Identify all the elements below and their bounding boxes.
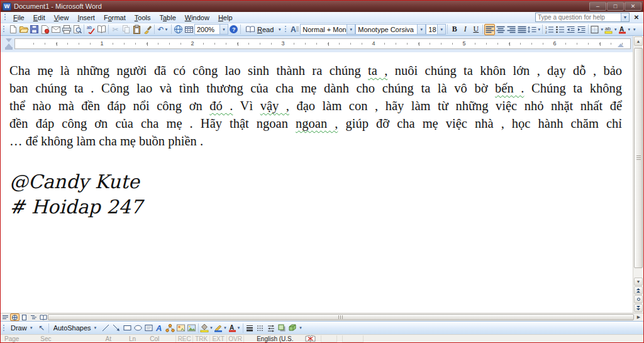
align-left-button[interactable]	[484, 24, 495, 35]
undo-button[interactable]: ↶▼	[156, 24, 170, 35]
print-layout-view-button[interactable]	[19, 313, 29, 321]
line-spacing-button[interactable]: ▼	[527, 24, 541, 35]
normal-view-button[interactable]	[1, 313, 10, 321]
select-objects-button[interactable]: ↖	[36, 322, 47, 334]
standard-toolbar-grip[interactable]	[3, 25, 6, 33]
first-line-indent-marker[interactable]	[6, 38, 12, 42]
horizontal-scroll-track[interactable]	[48, 314, 634, 320]
insert-clip-art-button[interactable]	[175, 322, 186, 334]
underline-button[interactable]: U	[470, 24, 481, 35]
research-button[interactable]	[96, 24, 107, 35]
outline-view-button[interactable]	[29, 313, 38, 321]
vertical-scroll-thumb[interactable]	[634, 48, 643, 268]
toolbar-options-icon[interactable]: ▼	[631, 28, 637, 31]
print-button[interactable]	[61, 24, 72, 35]
scroll-right-icon[interactable]: ▶	[634, 313, 643, 321]
status-language[interactable]: English (U.S.	[257, 335, 293, 342]
menu-item-window[interactable]: Window	[180, 13, 214, 23]
justify-button[interactable]	[516, 24, 527, 35]
left-indent-marker[interactable]	[5, 47, 13, 50]
center-button[interactable]	[495, 24, 506, 35]
close-document-icon[interactable]: ✕	[631, 14, 642, 21]
highlight-button[interactable]: ab▼	[604, 24, 618, 35]
menu-item-file[interactable]: File	[9, 13, 29, 23]
minimize-button[interactable]: –	[589, 2, 606, 11]
reading-layout-view-button[interactable]	[38, 313, 48, 321]
restore-button[interactable]: □	[607, 2, 624, 11]
scroll-down-icon[interactable]: ▼	[634, 278, 643, 286]
align-right-button[interactable]	[506, 24, 516, 35]
menu-grip[interactable]	[4, 13, 7, 21]
status-mode-ovr[interactable]: OVR	[227, 335, 244, 342]
question-input[interactable]	[536, 14, 621, 21]
next-page-button[interactable]	[634, 304, 643, 312]
spelling-status-book-icon[interactable]	[305, 335, 316, 342]
drawing-toolbar-grip[interactable]	[3, 324, 6, 332]
increase-indent-button[interactable]	[576, 24, 587, 35]
select-browse-object-button[interactable]	[634, 295, 643, 303]
menu-item-help[interactable]: Help	[214, 13, 237, 23]
read-button[interactable]: Read	[242, 24, 277, 35]
toolbar-options-icon[interactable]: ▼	[298, 327, 304, 329]
shadow-style-button[interactable]	[277, 322, 287, 334]
text-box-button[interactable]	[143, 322, 154, 334]
insert-wordart-button[interactable]: A	[154, 322, 165, 334]
menu-item-format[interactable]: Format	[99, 13, 130, 23]
spelling-grammar-button[interactable]: ab	[86, 24, 96, 35]
formatting-toolbar-grip[interactable]	[284, 25, 287, 33]
scroll-up-icon[interactable]: ▲	[634, 37, 643, 46]
outside-border-button[interactable]: ▼	[590, 24, 604, 35]
menu-item-tools[interactable]: Tools	[130, 13, 155, 23]
decrease-indent-button[interactable]	[565, 24, 576, 35]
fill-color-button[interactable]: ▼	[200, 322, 214, 334]
print-preview-button[interactable]	[72, 24, 82, 35]
insert-picture-button[interactable]	[186, 322, 197, 334]
bullets-button[interactable]	[555, 24, 565, 35]
bold-button[interactable]: B	[449, 24, 460, 35]
cut-button[interactable]: ✂	[110, 24, 121, 35]
close-button[interactable]: ✕	[625, 2, 641, 11]
arrow-button[interactable]	[111, 322, 122, 334]
copy-button[interactable]	[121, 24, 131, 35]
right-indent-marker[interactable]	[618, 43, 624, 47]
permission-button[interactable]	[40, 24, 50, 35]
line-button[interactable]	[101, 322, 111, 334]
menu-item-edit[interactable]: Edit	[29, 13, 50, 23]
email-button[interactable]	[50, 24, 61, 35]
menu-item-insert[interactable]: Insert	[73, 13, 99, 23]
menu-item-view[interactable]: View	[50, 13, 74, 23]
status-mode-rec[interactable]: REC	[176, 335, 193, 342]
style-combo[interactable]: Normal + Monot▼	[300, 24, 355, 35]
styles-formatting-button[interactable]: A	[289, 24, 300, 35]
document-page[interactable]: Cha mẹ là những người đã có công lao sin…	[1, 52, 633, 313]
draw-menu-button[interactable]: Draw▼	[8, 322, 36, 334]
previous-page-button[interactable]	[634, 286, 643, 295]
horizontal-scroll-thumb[interactable]	[48, 314, 634, 320]
insert-diagram-button[interactable]	[165, 322, 175, 334]
paste-button[interactable]	[131, 24, 142, 35]
vertical-scroll-track[interactable]	[633, 47, 643, 277]
status-mode-ext[interactable]: EXT	[210, 335, 227, 342]
status-mode-trk[interactable]: TRK	[193, 335, 210, 342]
toolbar-options-icon[interactable]: ▼	[277, 28, 282, 31]
insert-table-button[interactable]	[184, 24, 194, 35]
help-button[interactable]: ?	[228, 24, 239, 35]
vertical-scrollbar[interactable]: ▲ ▼	[633, 36, 643, 313]
web-layout-view-button[interactable]	[10, 313, 19, 321]
chevron-down-icon[interactable]: ▼	[621, 13, 629, 21]
line-color-button[interactable]: ▼	[214, 322, 228, 334]
autoshapes-menu-button[interactable]: AutoShapes▼	[50, 322, 101, 334]
font-color-button[interactable]: A▼	[618, 24, 631, 35]
3d-style-button[interactable]	[287, 322, 298, 334]
rectangle-button[interactable]	[122, 322, 133, 334]
font-size-combo[interactable]: 18▼	[426, 24, 446, 35]
arrow-style-button[interactable]	[266, 322, 277, 334]
open-button[interactable]	[18, 24, 29, 35]
oval-button[interactable]	[133, 322, 143, 334]
zoom-combo[interactable]: 200%▼	[194, 24, 228, 35]
draw-font-color-button[interactable]: A▼	[228, 322, 242, 334]
italic-button[interactable]: I	[460, 24, 470, 35]
save-button[interactable]	[29, 24, 40, 35]
new-document-button[interactable]	[8, 24, 18, 35]
format-painter-button[interactable]	[142, 24, 153, 35]
